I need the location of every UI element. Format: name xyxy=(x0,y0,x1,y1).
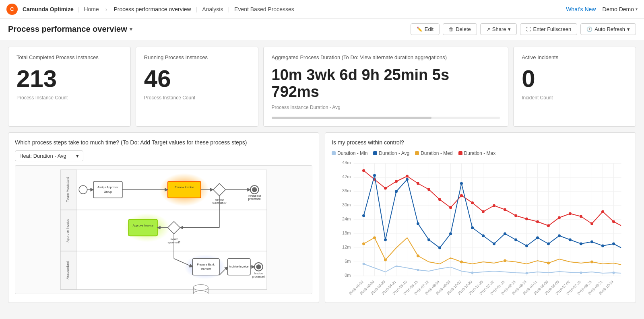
svg-point-113 xyxy=(493,204,495,207)
page-header: Process performance overview ▾ ✏️ Edit 🗑… xyxy=(0,19,644,40)
nav-divider-2: | xyxy=(196,6,198,12)
svg-point-143 xyxy=(558,234,561,237)
fullscreen-icon: ⛶ xyxy=(526,27,531,32)
svg-point-130 xyxy=(417,222,419,225)
svg-point-142 xyxy=(547,242,550,245)
heat-select-caret-icon: ▾ xyxy=(76,153,79,159)
nav-current-page[interactable]: Process performance overview xyxy=(109,6,195,12)
svg-point-112 xyxy=(482,210,485,213)
svg-text:Invoice not: Invoice not xyxy=(248,194,261,197)
line-chart: 0m 6m 12m 18m 24m 30m 36m 42m 48m xyxy=(332,159,629,296)
svg-point-44 xyxy=(256,264,261,269)
chart-legend: Duration - Min Duration - Avg Duration -… xyxy=(332,150,629,156)
kpi-active-incidents-title: Active Incidents xyxy=(522,54,627,60)
kpi-aggregated-duration: Aggregated Process Duration (To Do: View… xyxy=(263,47,509,127)
svg-point-118 xyxy=(547,224,550,227)
share-icon: ↗ xyxy=(486,27,490,32)
legend-avg-label: Duration - Avg xyxy=(379,150,409,156)
svg-point-127 xyxy=(384,238,387,241)
svg-point-134 xyxy=(460,182,463,185)
svg-point-129 xyxy=(406,178,409,181)
svg-point-151 xyxy=(384,258,387,261)
svg-text:12m: 12m xyxy=(342,245,351,249)
svg-point-106 xyxy=(417,182,419,185)
delete-icon: 🗑 xyxy=(449,27,454,32)
kpi-cards-row: Total Completed Process Instances 213 Pr… xyxy=(8,47,636,127)
svg-point-157 xyxy=(363,263,365,265)
svg-text:Invoice: Invoice xyxy=(254,272,263,274)
svg-point-24 xyxy=(252,187,257,192)
svg-rect-14 xyxy=(93,181,122,198)
svg-text:Accountant: Accountant xyxy=(66,261,70,280)
kpi-total-completed-subtitle: Process Instance Count xyxy=(17,95,122,101)
legend-item-avg: Duration - Avg xyxy=(373,150,409,156)
svg-point-124 xyxy=(612,220,615,223)
chart-panel-title: Is my process within control? xyxy=(332,139,629,146)
app-name: Camunda Optimize xyxy=(23,6,74,12)
kpi-total-completed: Total Completed Process Instances 213 Pr… xyxy=(8,47,131,127)
svg-rect-18 xyxy=(168,181,201,198)
svg-point-149 xyxy=(362,242,365,245)
svg-point-131 xyxy=(427,238,430,241)
top-navigation: C Camunda Optimize | Home › Process perf… xyxy=(0,0,644,19)
legend-avg-color xyxy=(373,151,377,155)
nav-user-caret-icon: ▾ xyxy=(636,7,638,11)
svg-point-160 xyxy=(526,272,528,274)
svg-text:24m: 24m xyxy=(342,216,351,221)
svg-point-133 xyxy=(449,232,452,235)
svg-text:Archive Invoice: Archive Invoice xyxy=(229,265,249,268)
svg-point-109 xyxy=(449,206,452,209)
svg-point-119 xyxy=(558,216,561,219)
share-caret-icon: ▾ xyxy=(508,26,511,32)
svg-text:processed: processed xyxy=(252,275,265,278)
heat-select[interactable]: Heat: Duration - Avg ▾ xyxy=(15,150,83,161)
svg-point-137 xyxy=(493,242,495,245)
nav-whats-new[interactable]: What's New xyxy=(566,6,596,12)
svg-point-114 xyxy=(504,208,506,211)
nav-breadcrumb-sep: › xyxy=(105,6,107,12)
svg-point-136 xyxy=(482,234,485,237)
legend-item-max: Duration - Max xyxy=(458,150,496,156)
page-title-dropdown-icon: ▾ xyxy=(130,26,132,32)
nav-analysis[interactable]: Analysis xyxy=(198,6,227,12)
heatmap-controls: Heat: Duration - Avg ▾ xyxy=(15,150,312,161)
fullscreen-button[interactable]: ⛶ Enter Fullscreen xyxy=(520,23,577,35)
kpi-active-incidents: Active Incidents 0 Incident Count xyxy=(513,47,636,127)
legend-min-label: Duration - Min xyxy=(337,150,367,156)
svg-point-162 xyxy=(613,272,615,274)
header-actions: ✏️ Edit 🗑 Delete ↗ Share ▾ ⛶ Enter Fulls… xyxy=(411,23,636,35)
svg-point-104 xyxy=(395,180,398,183)
svg-text:Team Assistant: Team Assistant xyxy=(66,177,70,202)
nav-user-menu[interactable]: Demo Demo ▾ xyxy=(602,6,638,12)
kpi-aggregated-duration-title: Aggregated Process Duration (To Do: View… xyxy=(272,54,500,60)
edit-button[interactable]: ✏️ Edit xyxy=(411,23,440,35)
auto-refresh-button[interactable]: 🕐 Auto Refresh ▾ xyxy=(580,23,636,35)
svg-text:42m: 42m xyxy=(342,174,351,179)
svg-text:Approve Invoice: Approve Invoice xyxy=(132,224,153,227)
svg-point-150 xyxy=(373,236,376,239)
kpi-total-completed-value: 213 xyxy=(17,67,122,91)
delete-button[interactable]: 🗑 Delete xyxy=(443,23,477,35)
svg-point-13 xyxy=(79,185,87,194)
svg-point-111 xyxy=(471,201,474,204)
nav-event-based[interactable]: Event Based Processes xyxy=(230,6,298,12)
legend-max-label: Duration - Max xyxy=(464,150,496,156)
share-button[interactable]: ↗ Share ▾ xyxy=(480,23,517,35)
svg-rect-38 xyxy=(192,258,219,275)
bottom-panels-row: Which process steps take too much time? … xyxy=(8,132,636,303)
kpi-running-value: 46 xyxy=(144,67,250,91)
svg-text:Group: Group xyxy=(104,190,112,193)
refresh-icon: 🕐 xyxy=(586,27,592,32)
nav-home[interactable]: Home xyxy=(80,6,103,12)
kpi-running: Running Process Instances 46 Process Ins… xyxy=(136,47,258,127)
main-content: Total Completed Process Instances 213 Pr… xyxy=(0,40,644,309)
page-title[interactable]: Process performance overview ▾ xyxy=(8,25,132,34)
legend-med-label: Duration - Med xyxy=(421,150,452,156)
svg-point-153 xyxy=(460,260,463,263)
svg-text:0m: 0m xyxy=(345,273,351,278)
svg-point-145 xyxy=(580,242,582,245)
svg-point-128 xyxy=(395,190,398,193)
svg-point-135 xyxy=(471,226,474,229)
legend-max-color xyxy=(458,151,462,155)
legend-min-color xyxy=(332,151,336,155)
